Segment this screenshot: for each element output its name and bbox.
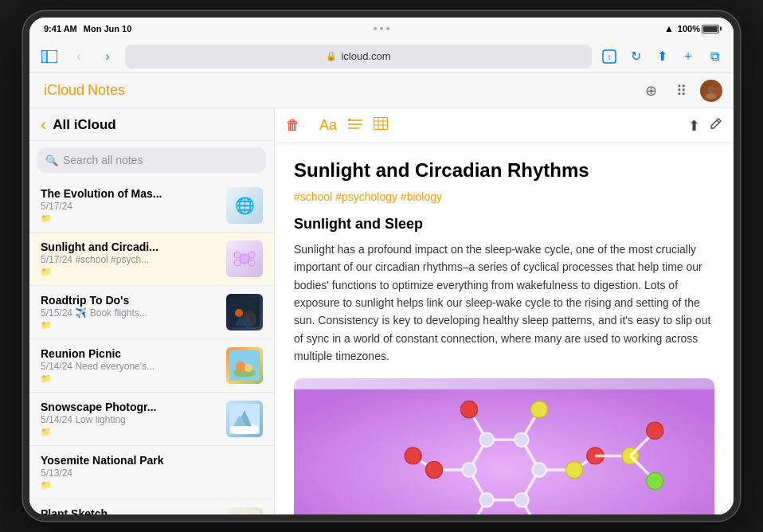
note-tags: #school #psychology #biology — [294, 190, 714, 203]
svg-point-61 — [479, 432, 494, 447]
note-folder-picnic: 📁 — [41, 374, 220, 384]
icloud-header: iCloud Notes ⊕ ⠿ — [29, 73, 734, 108]
grid-btn[interactable]: ⠿ — [670, 80, 692, 102]
note-item-snowscape[interactable]: Snowscape Photogr... 5/14/24 Low lightin… — [29, 393, 274, 446]
note-content-evolution: The Evolution of Mas... 5/17/24 📁 — [41, 187, 220, 224]
browser-actions: ↕ ↻ ⬆ ＋ ⧉ — [598, 45, 726, 68]
back-btn[interactable]: ‹ — [68, 45, 90, 68]
note-thumb-snowscape — [226, 401, 263, 437]
svg-point-6 — [706, 93, 717, 99]
delete-btn[interactable]: 🗑 — [286, 117, 300, 134]
search-box[interactable]: 🔍 Search all notes — [37, 147, 266, 173]
note-item-circadian[interactable]: Sunlight and Circadi... 5/17/24 #school … — [29, 233, 274, 286]
note-thumb-picnic — [226, 347, 263, 384]
refresh-btn[interactable]: ↻ — [624, 45, 647, 68]
note-content-roadtrip: Roadtrip To Do's 5/15/24 ✈️ Book flights… — [41, 294, 220, 331]
note-body: Sunlight and Circadian Rhythms #school #… — [275, 143, 734, 514]
note-toolbar: 🗑 Aa — [275, 108, 734, 143]
battery-icon — [702, 25, 719, 33]
battery-percent: 100% — [678, 24, 700, 33]
table-btn[interactable] — [374, 117, 388, 134]
share-btn[interactable]: ⬆ — [651, 45, 673, 68]
note-folder-evolution: 📁 — [41, 213, 220, 224]
lock-icon: 🔒 — [326, 51, 337, 61]
note-content-snowscape: Snowscape Photogr... 5/14/24 Low lightin… — [41, 401, 220, 437]
svg-point-18 — [245, 364, 252, 372]
svg-point-9 — [248, 252, 255, 258]
note-section-title: Sunlight and Sleep — [294, 216, 714, 233]
list-format-btn[interactable] — [348, 117, 362, 134]
icloud-label: iCloud — [44, 82, 84, 99]
notes-list: The Evolution of Mas... 5/17/24 📁 🌐 — [29, 179, 274, 514]
note-item-roadtrip[interactable]: Roadtrip To Do's 5/15/24 ✈️ Book flights… — [29, 286, 274, 339]
main-content: ‹ All iCloud 🔍 Search all notes The Evol… — [29, 108, 734, 514]
note-item-yosemite[interactable]: Yosemite National Park 5/13/24 📁 — [29, 446, 274, 499]
note-share-btn[interactable]: ⬆ — [688, 117, 700, 135]
svg-point-65 — [479, 493, 494, 507]
svg-text:↕: ↕ — [608, 53, 612, 61]
note-content-plant: Plant Sketch 5/13/24 📁 — [41, 507, 220, 514]
new-tab-btn[interactable]: ＋ — [677, 45, 699, 68]
screen: 9:41 AM Mon Jun 10 ▲ 100% — [29, 18, 734, 514]
svg-line-44 — [717, 120, 719, 123]
svg-rect-39 — [374, 118, 388, 130]
note-title-circadian: Sunlight and Circadi... — [41, 241, 220, 253]
note-content-picnic: Reunion Picnic 5/14/24 Need everyone's..… — [41, 347, 220, 384]
status-left: 9:41 AM Mon Jun 10 — [44, 24, 131, 33]
svg-point-66 — [425, 461, 442, 478]
note-folder-circadian: 📁 — [41, 267, 220, 277]
note-edit-btn[interactable] — [710, 117, 722, 134]
toolbar-right: ⬆ — [688, 117, 722, 135]
svg-point-16 — [233, 368, 256, 377]
address-bar[interactable]: 🔒 icloud.com — [125, 45, 592, 68]
note-image — [294, 378, 714, 514]
notes-label: Notes — [88, 82, 125, 99]
sidebar-toggle-btn[interactable] — [37, 45, 61, 68]
note-content-yosemite: Yosemite National Park 5/13/24 📁 — [41, 454, 263, 491]
note-thumb-plant — [226, 507, 263, 514]
note-paragraph: Sunlight has a profound impact on the sl… — [294, 241, 714, 366]
svg-point-7 — [240, 254, 249, 264]
note-title-picnic: Reunion Picnic — [41, 347, 220, 360]
note-item-plant[interactable]: Plant Sketch 5/13/24 📁 — [29, 499, 274, 514]
tabs-btn[interactable]: ⧉ — [703, 45, 726, 68]
battery-container: 100% — [678, 24, 719, 33]
airdrop-btn[interactable]: ↕ — [598, 45, 620, 68]
add-circle-btn[interactable]: ⊕ — [640, 80, 662, 102]
icloud-right-actions: ⊕ ⠿ — [640, 80, 722, 102]
note-title-roadtrip: Roadtrip To Do's — [41, 294, 220, 307]
svg-point-63 — [532, 463, 546, 477]
icloud-logo: iCloud Notes — [41, 82, 125, 99]
browser-bar: ‹ › 🔒 icloud.com ↕ ↻ ⬆ ＋ ⧉ — [29, 40, 734, 73]
note-content-circadian: Sunlight and Circadi... 5/17/24 #school … — [41, 241, 220, 277]
svg-rect-45 — [294, 389, 714, 514]
note-item-evolution[interactable]: The Evolution of Mas... 5/17/24 📁 🌐 — [29, 179, 274, 233]
svg-point-10 — [234, 260, 241, 266]
side-button[interactable] — [738, 246, 740, 286]
note-thumb-roadtrip — [226, 294, 263, 331]
note-item-picnic[interactable]: Reunion Picnic 5/14/24 Need everyone's..… — [29, 339, 274, 393]
svg-point-5 — [708, 86, 714, 92]
note-meta-circadian: 5/17/24 #school #psych... — [41, 254, 220, 265]
svg-point-17 — [236, 362, 245, 371]
note-meta-yosemite: 5/13/24 — [41, 467, 263, 479]
forward-btn[interactable]: › — [96, 45, 119, 68]
svg-point-67 — [460, 401, 477, 417]
search-input: Search all notes — [63, 154, 143, 166]
note-view: 🗑 Aa — [275, 108, 734, 514]
svg-rect-1 — [41, 50, 47, 63]
sidebar-header: ‹ All iCloud — [29, 108, 274, 141]
note-title-evolution: The Evolution of Mas... — [41, 187, 220, 200]
ipad-device: 9:41 AM Mon Jun 10 ▲ 100% — [23, 11, 740, 521]
avatar[interactable] — [700, 80, 722, 102]
address-text: icloud.com — [341, 50, 390, 62]
note-meta-snowscape: 5/14/24 Low lighting — [41, 414, 220, 425]
svg-point-71 — [565, 461, 582, 478]
search-icon: 🔍 — [45, 155, 58, 166]
sidebar-back-btn[interactable]: ‹ — [41, 116, 46, 134]
date: Mon Jun 10 — [84, 24, 132, 33]
font-size-btn[interactable]: Aa — [319, 117, 337, 134]
svg-rect-38 — [348, 119, 350, 121]
note-meta-picnic: 5/14/24 Need everyone's... — [41, 361, 220, 372]
note-title-snowscape: Snowscape Photogr... — [41, 401, 220, 413]
